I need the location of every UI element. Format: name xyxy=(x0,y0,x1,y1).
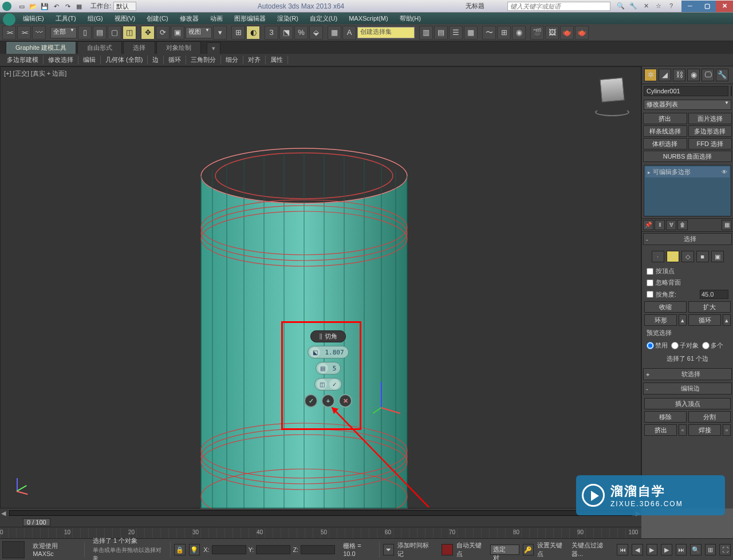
stack-eye-icon[interactable]: 👁 xyxy=(722,169,727,175)
ribbon-panel-5[interactable]: 循环 xyxy=(164,56,186,64)
ribbon-panel-8[interactable]: 对齐 xyxy=(243,56,266,64)
stack-item-editable-poly[interactable]: 可编辑多边形👁 xyxy=(645,167,730,178)
move-icon[interactable]: ✥ xyxy=(141,26,155,40)
prev-frame-icon[interactable]: ◀ xyxy=(632,544,643,555)
angle-snap-icon[interactable]: ⬔ xyxy=(279,26,293,40)
app-icon[interactable] xyxy=(2,2,11,11)
select-region-icon[interactable]: ▢ xyxy=(108,26,121,40)
object-color-swatch[interactable] xyxy=(731,86,732,96)
extrude-settings-icon[interactable]: ▫ xyxy=(679,424,687,436)
modifier-list-dropdown[interactable]: 修改器列表 xyxy=(644,100,731,110)
viewport-label[interactable]: [+] [正交] [真实 + 边面] xyxy=(4,69,66,78)
remove-button[interactable]: 移除 xyxy=(644,411,687,423)
layers-icon[interactable]: ☰ xyxy=(449,26,463,40)
menu-tools[interactable]: 工具(T) xyxy=(50,14,82,23)
remove-mod-icon[interactable]: 🗑 xyxy=(677,220,688,230)
rollout-selection-header[interactable]: 选择 xyxy=(643,233,732,245)
auto-key-button[interactable] xyxy=(442,544,453,555)
make-unique-icon[interactable]: ∀ xyxy=(666,220,676,230)
workspace-dropdown[interactable]: 默认 xyxy=(113,2,136,11)
spinner-snap-icon[interactable]: ⬙ xyxy=(309,26,323,40)
time-tag-icon[interactable]: ⏷ xyxy=(383,544,395,555)
set-key-button[interactable]: 🔑 xyxy=(523,544,534,555)
rotate-icon[interactable]: ⟳ xyxy=(156,26,170,40)
menu-help[interactable]: 帮助(H) xyxy=(394,14,427,23)
preview-multi-radio[interactable]: 多个 xyxy=(702,341,723,350)
ignore-backfacing-checkbox[interactable]: 忽略背面 xyxy=(644,278,731,287)
qat-project-icon[interactable]: ▦ xyxy=(74,2,84,11)
spline-sel-button[interactable]: 样条线选择 xyxy=(643,125,687,137)
element-level-icon[interactable]: ▣ xyxy=(711,251,724,262)
menu-edit[interactable]: 编辑(E) xyxy=(17,14,50,23)
ribbon-tab-graphite[interactable]: Graphite 建模工具 xyxy=(6,41,76,54)
preview-off-radio[interactable]: 禁用 xyxy=(647,341,668,350)
poly-sel-button[interactable]: 多边形选择 xyxy=(688,125,732,137)
goto-end-icon[interactable]: ⏭ xyxy=(676,544,687,555)
ffd-sel-button[interactable]: FFD 选择 xyxy=(688,138,732,149)
zoom-icon[interactable]: 🔍 xyxy=(690,544,702,555)
window-crossing-icon[interactable]: ◫ xyxy=(123,26,136,40)
snap-icon[interactable]: 3 xyxy=(265,26,278,40)
pin-stack-icon[interactable]: 📌 xyxy=(643,220,653,230)
add-time-tag[interactable]: 添加时间标记 xyxy=(397,541,435,558)
help-search-input[interactable] xyxy=(507,2,610,11)
ribbon-panel-3[interactable]: 几何体 (全部) xyxy=(101,56,148,64)
help-icon[interactable]: ? xyxy=(667,2,676,10)
ribbon-tab-selection[interactable]: 选择 xyxy=(123,41,155,54)
modifier-stack[interactable]: 可编辑多边形👁 xyxy=(644,165,731,216)
render-frame-icon[interactable]: 🖼 xyxy=(545,26,559,40)
loop-button[interactable]: 循环 xyxy=(688,314,721,326)
menu-create[interactable]: 创建(C) xyxy=(141,14,174,23)
vertex-level-icon[interactable]: · xyxy=(652,251,664,262)
edge-level-icon[interactable]: ╱ xyxy=(667,251,679,262)
mirror-icon[interactable]: ▥ xyxy=(419,26,433,40)
keyboard-shortcut-icon[interactable]: ◐ xyxy=(246,26,260,40)
vol-sel-button[interactable]: 体积选择 xyxy=(643,138,687,149)
selection-filter-dropdown[interactable]: 全部 xyxy=(50,27,77,38)
create-tab-icon[interactable]: ✲ xyxy=(644,69,657,81)
menu-group[interactable]: 组(G) xyxy=(82,14,109,23)
named-selection-dropdown[interactable]: 创建选择集 xyxy=(357,27,415,38)
goto-start-icon[interactable]: ⏮ xyxy=(617,544,628,555)
ribbon-expand-icon[interactable]: ▾ xyxy=(207,42,220,54)
rollout-softsel-header[interactable]: 软选择 xyxy=(643,368,732,380)
utilities-tab-icon[interactable]: 🔧 xyxy=(716,69,728,81)
bind-spacewarp-icon[interactable]: 〰 xyxy=(32,26,46,40)
align-icon[interactable]: ▤ xyxy=(434,26,448,40)
hierarchy-tab-icon[interactable]: ⛓ xyxy=(673,69,685,81)
maximize-button[interactable]: ▢ xyxy=(699,1,716,12)
material-editor-icon[interactable]: ◉ xyxy=(512,26,526,40)
weld-button[interactable]: 焊接 xyxy=(688,424,721,436)
ring-button[interactable]: 环形 xyxy=(644,314,677,326)
preview-subobj-radio[interactable]: 子对象 xyxy=(671,341,699,350)
extrude-button[interactable]: 挤出 xyxy=(643,113,687,124)
by-vertex-checkbox[interactable]: 按顶点 xyxy=(644,266,731,276)
ribbon-tab-objectpaint[interactable]: 对象绘制 xyxy=(156,41,201,54)
time-slider-knob[interactable]: 0 / 100 xyxy=(23,518,50,526)
weld-settings-icon[interactable]: ▫ xyxy=(723,424,731,436)
ribbon-panel-0[interactable]: 多边形建模 xyxy=(2,56,44,64)
application-button[interactable] xyxy=(2,13,16,26)
insert-vertex-button[interactable]: 插入顶点 xyxy=(644,398,731,409)
grow-button[interactable]: 扩大 xyxy=(688,301,731,313)
loop-spinner[interactable]: ▴ xyxy=(723,314,731,326)
search-icon[interactable]: 🔍 xyxy=(616,2,625,10)
scale-icon[interactable]: ▣ xyxy=(171,26,184,40)
ribbon-panel-7[interactable]: 细分 xyxy=(221,56,243,64)
play-icon[interactable]: ▶ xyxy=(647,544,658,555)
border-level-icon[interactable]: ◇ xyxy=(681,251,694,262)
max-viewport-icon[interactable]: ⛶ xyxy=(719,544,731,555)
ribbon-panel-6[interactable]: 三角剖分 xyxy=(186,56,221,64)
configure-stack-icon[interactable]: ▦ xyxy=(722,220,732,230)
zoom-all-icon[interactable]: ⊞ xyxy=(705,544,716,555)
by-angle-checkbox[interactable]: 按角度: xyxy=(644,289,731,299)
qat-save-icon[interactable]: 💾 xyxy=(40,2,49,11)
menu-animation[interactable]: 动画 xyxy=(204,14,228,23)
pivot-icon[interactable]: ▾ xyxy=(213,26,227,40)
motion-tab-icon[interactable]: ◉ xyxy=(687,69,700,81)
lock-selection-icon[interactable]: 🔒 xyxy=(174,544,186,555)
render-icon[interactable]: 🫖 xyxy=(560,26,574,40)
select-object-icon[interactable]: ▯ xyxy=(78,26,92,40)
display-tab-icon[interactable]: 🖵 xyxy=(702,69,714,81)
schematic-icon[interactable]: ⊞ xyxy=(497,26,511,40)
